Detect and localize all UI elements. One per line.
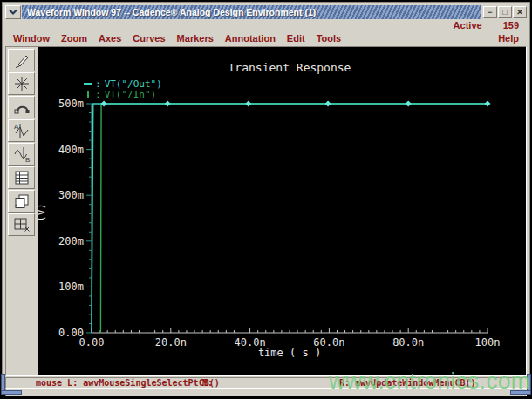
marker-b-button[interactable]: B <box>8 143 35 166</box>
watermark: www.cntronics.com <box>329 368 530 395</box>
mouse-left-binding: mouse L: awvMouseSingleSelectPtCB() <box>36 378 220 388</box>
menu-help[interactable]: Help <box>498 33 519 44</box>
calculator-button[interactable] <box>8 166 35 189</box>
cut-window-icon <box>11 216 32 233</box>
menu-edit[interactable]: Edit <box>287 33 305 45</box>
menu-markers[interactable]: Markers <box>177 33 214 45</box>
menu-bar: Window Zoom Axes Curves Markers Annotati… <box>13 33 341 45</box>
menu-curves[interactable]: Curves <box>133 33 165 45</box>
title-bar[interactable]: Waveform Window 97 -- Cadence® Analog De… <box>5 5 527 19</box>
svg-text:B: B <box>25 156 30 163</box>
x-axis-label: time ( s ) <box>92 347 488 359</box>
probe-trace-button[interactable] <box>8 96 35 118</box>
marker-a-icon: A <box>11 122 32 139</box>
calculator-icon <box>11 169 32 186</box>
menu-window[interactable]: Window <box>13 33 50 45</box>
cut-window-button[interactable] <box>8 213 35 236</box>
screen: Waveform Window 97 -- Cadence® Analog De… <box>0 0 532 399</box>
copy-window-icon <box>11 193 32 210</box>
waveform-canvas[interactable]: 0.00100m200m300m400m500m0.0020.0n40.0n60… <box>38 47 526 375</box>
starburst-icon <box>11 75 32 92</box>
plot-area[interactable]: Transient Response : VT("/Out") : VT("/I… <box>38 47 526 375</box>
marker-a-button[interactable]: A <box>8 119 35 142</box>
svg-text:100m: 100m <box>58 281 84 293</box>
chevron-down-icon <box>8 4 18 20</box>
window-title: Waveform Window 97 -- Cadence® Analog De… <box>22 7 316 17</box>
active-status: Active 159 <box>454 20 519 31</box>
svg-text:200m: 200m <box>58 235 84 247</box>
menu-annotation[interactable]: Annotation <box>225 33 276 45</box>
y-axis-label: (V) <box>38 203 47 222</box>
minimize-button[interactable]: − <box>483 6 497 18</box>
mouse-middle-binding: M: <box>202 378 213 388</box>
main-area: A B <box>5 46 527 376</box>
arc-probe-icon <box>11 98 32 116</box>
menu-axes[interactable]: Axes <box>99 33 121 45</box>
waveform-window: Waveform Window 97 -- Cadence® Analog De… <box>2 2 530 395</box>
svg-text:500m: 500m <box>58 98 84 110</box>
resize-handle-bottom-left-h[interactable] <box>1 390 22 395</box>
active-value: 159 <box>503 20 519 31</box>
window-menu-button[interactable] <box>5 5 21 19</box>
maximize-button[interactable]: □ <box>498 6 512 18</box>
active-label: Active <box>454 20 482 31</box>
close-button[interactable]: ✕ <box>513 6 527 18</box>
marker-b-icon: B <box>11 145 32 163</box>
pen-tool-button[interactable] <box>8 49 35 71</box>
svg-text:300m: 300m <box>58 189 84 201</box>
pen-icon <box>11 51 32 69</box>
menu-tools[interactable]: Tools <box>317 33 342 45</box>
title-stripe: Waveform Window 97 -- Cadence® Analog De… <box>22 5 481 19</box>
menu-zoom[interactable]: Zoom <box>61 33 87 45</box>
zoom-fit-button[interactable] <box>8 72 35 95</box>
copy-window-button[interactable] <box>8 190 35 213</box>
left-toolbar: A B <box>6 47 38 375</box>
svg-text:400m: 400m <box>58 144 84 156</box>
